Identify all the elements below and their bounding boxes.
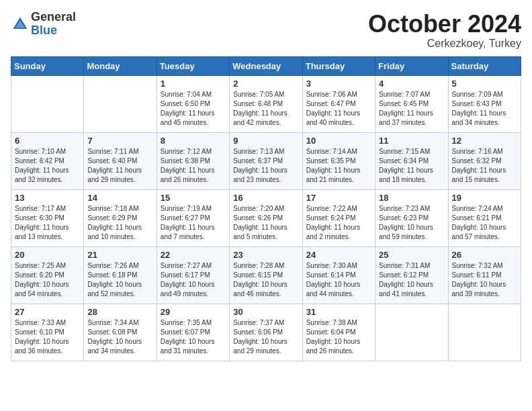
- calendar-cell: 20Sunrise: 7:25 AM Sunset: 6:20 PM Dayli…: [11, 246, 84, 304]
- weekday-header: Tuesday: [157, 56, 229, 75]
- calendar-cell: 10Sunrise: 7:14 AM Sunset: 6:35 PM Dayli…: [302, 132, 375, 189]
- cell-content: Sunrise: 7:07 AM Sunset: 6:45 PM Dayligh…: [379, 90, 444, 128]
- logo-blue: Blue: [31, 24, 76, 38]
- weekday-header: Friday: [375, 56, 448, 75]
- day-number: 22: [161, 250, 226, 260]
- page-header: General Blue October 2024 Cerkezkoey, Tu…: [11, 11, 521, 50]
- calendar-cell: 15Sunrise: 7:19 AM Sunset: 6:27 PM Dayli…: [157, 189, 229, 246]
- cell-content: Sunrise: 7:28 AM Sunset: 6:15 PM Dayligh…: [233, 261, 298, 299]
- cell-content: Sunrise: 7:30 AM Sunset: 6:14 PM Dayligh…: [306, 261, 371, 299]
- calendar-cell: 26Sunrise: 7:32 AM Sunset: 6:11 PM Dayli…: [448, 246, 521, 304]
- cell-content: Sunrise: 7:27 AM Sunset: 6:17 PM Dayligh…: [161, 261, 226, 299]
- cell-content: Sunrise: 7:04 AM Sunset: 6:50 PM Dayligh…: [161, 90, 226, 128]
- calendar-cell: 4Sunrise: 7:07 AM Sunset: 6:45 PM Daylig…: [375, 75, 448, 132]
- logo: General Blue: [11, 11, 76, 38]
- cell-content: Sunrise: 7:26 AM Sunset: 6:18 PM Dayligh…: [87, 261, 152, 299]
- logo-general: General: [31, 11, 76, 24]
- calendar-cell: 30Sunrise: 7:37 AM Sunset: 6:06 PM Dayli…: [230, 304, 302, 361]
- calendar-cell: 18Sunrise: 7:23 AM Sunset: 6:23 PM Dayli…: [375, 189, 448, 246]
- day-number: 11: [379, 136, 444, 146]
- day-number: 8: [161, 136, 226, 146]
- calendar-cell: 24Sunrise: 7:30 AM Sunset: 6:14 PM Dayli…: [302, 246, 375, 304]
- day-number: 7: [87, 136, 152, 146]
- day-number: 20: [15, 250, 80, 260]
- cell-content: Sunrise: 7:23 AM Sunset: 6:23 PM Dayligh…: [379, 204, 444, 242]
- calendar-week-row: 1Sunrise: 7:04 AM Sunset: 6:50 PM Daylig…: [11, 75, 521, 132]
- cell-content: Sunrise: 7:11 AM Sunset: 6:40 PM Dayligh…: [87, 147, 152, 185]
- cell-content: Sunrise: 7:15 AM Sunset: 6:34 PM Dayligh…: [379, 147, 444, 185]
- cell-content: Sunrise: 7:35 AM Sunset: 6:07 PM Dayligh…: [161, 318, 226, 356]
- day-number: 26: [452, 250, 517, 260]
- cell-content: Sunrise: 7:24 AM Sunset: 6:21 PM Dayligh…: [452, 204, 517, 242]
- day-number: 23: [233, 250, 298, 260]
- day-number: 18: [379, 193, 444, 203]
- calendar-cell: 31Sunrise: 7:38 AM Sunset: 6:04 PM Dayli…: [302, 304, 375, 361]
- weekday-header: Thursday: [302, 56, 375, 75]
- day-number: 25: [379, 250, 444, 260]
- calendar-cell: 1Sunrise: 7:04 AM Sunset: 6:50 PM Daylig…: [157, 75, 229, 132]
- calendar-cell: 23Sunrise: 7:28 AM Sunset: 6:15 PM Dayli…: [230, 246, 302, 304]
- cell-content: Sunrise: 7:13 AM Sunset: 6:37 PM Dayligh…: [233, 147, 298, 185]
- cell-content: Sunrise: 7:34 AM Sunset: 6:08 PM Dayligh…: [87, 318, 152, 356]
- day-number: 21: [87, 250, 152, 260]
- cell-content: Sunrise: 7:06 AM Sunset: 6:47 PM Dayligh…: [306, 90, 371, 128]
- cell-content: Sunrise: 7:32 AM Sunset: 6:11 PM Dayligh…: [452, 261, 517, 299]
- calendar-cell: 14Sunrise: 7:18 AM Sunset: 6:29 PM Dayli…: [84, 189, 157, 246]
- weekday-header: Wednesday: [230, 56, 302, 75]
- calendar-cell: 12Sunrise: 7:16 AM Sunset: 6:32 PM Dayli…: [448, 132, 521, 189]
- calendar-cell: [375, 304, 448, 361]
- calendar-cell: 27Sunrise: 7:33 AM Sunset: 6:10 PM Dayli…: [11, 304, 84, 361]
- day-number: 4: [379, 79, 444, 89]
- calendar-cell: 5Sunrise: 7:09 AM Sunset: 6:43 PM Daylig…: [448, 75, 521, 132]
- day-number: 2: [233, 79, 298, 89]
- weekday-header: Monday: [84, 56, 157, 75]
- cell-content: Sunrise: 7:16 AM Sunset: 6:32 PM Dayligh…: [452, 147, 517, 185]
- calendar-cell: 29Sunrise: 7:35 AM Sunset: 6:07 PM Dayli…: [157, 304, 229, 361]
- calendar-cell: 6Sunrise: 7:10 AM Sunset: 6:42 PM Daylig…: [11, 132, 84, 189]
- day-number: 12: [452, 136, 517, 146]
- day-number: 3: [306, 79, 371, 89]
- calendar-cell: 2Sunrise: 7:05 AM Sunset: 6:48 PM Daylig…: [230, 75, 302, 132]
- calendar-cell: 8Sunrise: 7:12 AM Sunset: 6:38 PM Daylig…: [157, 132, 229, 189]
- title-section: October 2024 Cerkezkoey, Turkey: [368, 11, 521, 50]
- calendar-week-row: 27Sunrise: 7:33 AM Sunset: 6:10 PM Dayli…: [11, 304, 521, 361]
- day-number: 24: [306, 250, 371, 260]
- logo-icon: [11, 15, 30, 34]
- day-number: 9: [233, 136, 298, 146]
- calendar-cell: 7Sunrise: 7:11 AM Sunset: 6:40 PM Daylig…: [84, 132, 157, 189]
- calendar-cell: 22Sunrise: 7:27 AM Sunset: 6:17 PM Dayli…: [157, 246, 229, 304]
- calendar-cell: 21Sunrise: 7:26 AM Sunset: 6:18 PM Dayli…: [84, 246, 157, 304]
- day-number: 27: [15, 307, 80, 317]
- month-title: October 2024: [368, 11, 521, 38]
- cell-content: Sunrise: 7:17 AM Sunset: 6:30 PM Dayligh…: [15, 204, 80, 242]
- calendar-week-row: 20Sunrise: 7:25 AM Sunset: 6:20 PM Dayli…: [11, 246, 521, 304]
- day-number: 1: [161, 79, 226, 89]
- day-number: 15: [161, 193, 226, 203]
- cell-content: Sunrise: 7:37 AM Sunset: 6:06 PM Dayligh…: [233, 318, 298, 356]
- day-number: 28: [87, 307, 152, 317]
- day-number: 19: [452, 193, 517, 203]
- cell-content: Sunrise: 7:09 AM Sunset: 6:43 PM Dayligh…: [452, 90, 517, 128]
- cell-content: Sunrise: 7:12 AM Sunset: 6:38 PM Dayligh…: [161, 147, 226, 185]
- day-number: 17: [306, 193, 371, 203]
- day-number: 14: [87, 193, 152, 203]
- calendar-cell: 11Sunrise: 7:15 AM Sunset: 6:34 PM Dayli…: [375, 132, 448, 189]
- weekday-header: Saturday: [448, 56, 521, 75]
- day-number: 30: [233, 307, 298, 317]
- cell-content: Sunrise: 7:31 AM Sunset: 6:12 PM Dayligh…: [379, 261, 444, 299]
- calendar-cell: 3Sunrise: 7:06 AM Sunset: 6:47 PM Daylig…: [302, 75, 375, 132]
- calendar-week-row: 13Sunrise: 7:17 AM Sunset: 6:30 PM Dayli…: [11, 189, 521, 246]
- cell-content: Sunrise: 7:33 AM Sunset: 6:10 PM Dayligh…: [15, 318, 80, 356]
- calendar-cell: 19Sunrise: 7:24 AM Sunset: 6:21 PM Dayli…: [448, 189, 521, 246]
- calendar-cell: 28Sunrise: 7:34 AM Sunset: 6:08 PM Dayli…: [84, 304, 157, 361]
- calendar-table: SundayMondayTuesdayWednesdayThursdayFrid…: [11, 56, 521, 361]
- day-number: 13: [15, 193, 80, 203]
- calendar-cell: [448, 304, 521, 361]
- calendar-week-row: 6Sunrise: 7:10 AM Sunset: 6:42 PM Daylig…: [11, 132, 521, 189]
- calendar-cell: 13Sunrise: 7:17 AM Sunset: 6:30 PM Dayli…: [11, 189, 84, 246]
- calendar-cell: [84, 75, 157, 132]
- cell-content: Sunrise: 7:20 AM Sunset: 6:26 PM Dayligh…: [233, 204, 298, 242]
- cell-content: Sunrise: 7:05 AM Sunset: 6:48 PM Dayligh…: [233, 90, 298, 128]
- calendar-cell: 25Sunrise: 7:31 AM Sunset: 6:12 PM Dayli…: [375, 246, 448, 304]
- day-number: 6: [15, 136, 80, 146]
